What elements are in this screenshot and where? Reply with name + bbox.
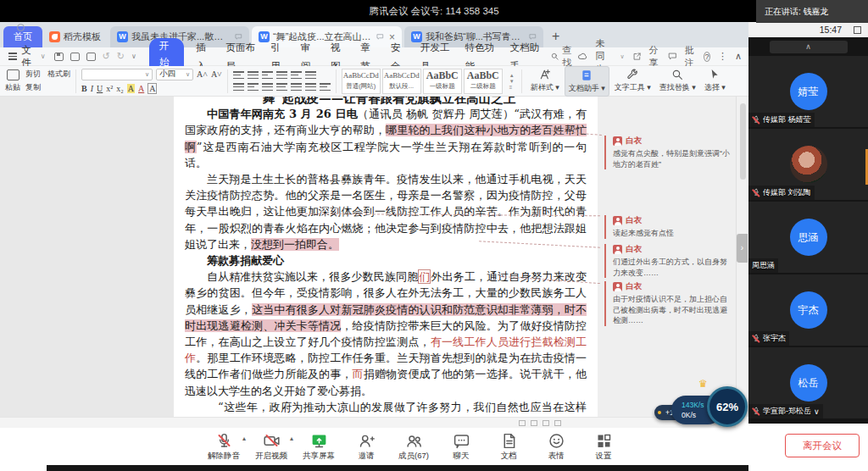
control-screen-button[interactable]: 共享屏幕 <box>297 432 341 462</box>
control-docs-button[interactable]: 文档 <box>487 432 531 462</box>
control-caret-icon[interactable]: ▴ <box>290 435 293 442</box>
style-card-2[interactable]: AaBbC一级标题 <box>423 69 462 94</box>
control-camera-button[interactable]: 开启视频▴ <box>249 432 293 462</box>
zoom-control-icon[interactable] <box>554 420 561 426</box>
style-sample: AaBbC <box>465 69 502 82</box>
control-chat-button[interactable]: 聊天 <box>439 432 483 462</box>
new-style-button[interactable]: 新样式 ▾ <box>527 66 563 97</box>
save-icon[interactable] <box>54 53 64 61</box>
list-icon-4[interactable] <box>291 70 302 80</box>
control-mic-button[interactable]: 解除静音▴ <box>202 432 246 462</box>
copy-button[interactable]: 复制 <box>25 82 41 93</box>
highlight-color-icon[interactable]: A <box>127 84 135 93</box>
participant-avatar: 松岳 <box>790 364 827 402</box>
new-tab-button[interactable]: + <box>552 29 559 44</box>
participant-tile-1[interactable]: 传媒部 刘泓陶 <box>748 129 868 200</box>
control-settings-button[interactable]: 设置 <box>581 432 626 462</box>
list-icon-2[interactable] <box>262 70 273 80</box>
comments-panel: 白衣感觉有点尖酸，特别是刻意强调“小地方的老百姓”白衣读起来感觉有点怪白衣们通过… <box>598 97 736 417</box>
participant-tile-3[interactable]: 宇杰张宇杰 <box>748 274 868 346</box>
document-viewport[interactable]: “舞”起战疫——让青春跟着党旗飘立在高山之上 中国青年网南充 3 月 26 日电… <box>0 97 736 417</box>
collapse-comments-button[interactable]: › <box>737 234 748 263</box>
style-card-3[interactable]: AaBbC二级标题 <box>464 69 503 94</box>
comment-card-2[interactable]: 白衣们通过外出务工的方式，以自身努力来改变…… <box>604 244 732 278</box>
list-icon-0[interactable] <box>233 70 244 80</box>
print-icon[interactable] <box>70 53 80 61</box>
bold-button[interactable]: B <box>81 84 87 93</box>
mic-muted-icon <box>752 334 760 344</box>
page-layout-icon[interactable] <box>531 420 537 426</box>
underline-button[interactable]: U <box>97 84 103 93</box>
style-gallery-arrows[interactable]: ▲▼≡ <box>508 73 516 90</box>
mic-muted-icon <box>752 407 760 417</box>
scrollbar-thumb[interactable] <box>740 103 746 180</box>
fullscreen-icon[interactable] <box>854 26 861 34</box>
outline-view-icon[interactable] <box>542 420 549 426</box>
network-stats-widget[interactable]: ♛ +121 143K/s 0K/s 62% <box>654 381 748 430</box>
tab-docer[interactable]: 稻壳模板 <box>42 26 108 47</box>
file-menu[interactable]: 文件 <box>21 44 38 69</box>
mic-icon <box>215 432 233 450</box>
hamburger-icon[interactable] <box>8 51 17 62</box>
more-button[interactable]: ⋮ <box>718 51 727 62</box>
emoji-icon <box>548 432 565 450</box>
view-mode-icon[interactable] <box>519 420 526 426</box>
text-run: 中国青年网南充 3 月 26 日电 <box>207 108 358 120</box>
control-members-button[interactable]: 成员(67) <box>392 432 436 462</box>
paste-button[interactable]: 粘贴 <box>5 69 20 93</box>
document-page[interactable]: “舞”起战疫——让青春跟着党旗飘立在高山之上 中国青年网南充 3 月 26 日电… <box>174 97 598 417</box>
expand-caret-icon[interactable]: ∨ <box>814 407 820 416</box>
window-menu-icon[interactable] <box>17 24 25 31</box>
redo-icon[interactable]: ↻ <box>117 51 125 62</box>
select-button[interactable]: 选择 ▾ <box>701 66 729 97</box>
participant-tile-0[interactable]: 婧莹传媒部 杨婧莹 <box>748 56 868 127</box>
control-emoji-button[interactable]: 表情 <box>534 432 578 462</box>
crown-icon: ♛ <box>698 378 708 390</box>
collapse-videos-button[interactable]: ∧ <box>770 41 848 53</box>
list-icon-3[interactable] <box>276 70 287 80</box>
preview-icon[interactable] <box>86 53 96 61</box>
font-size-select[interactable]: 小四∨ <box>156 69 193 80</box>
list-icon-1[interactable] <box>248 70 259 80</box>
align-icon-3[interactable] <box>276 82 287 91</box>
control-invite-button[interactable]: 邀请 <box>344 432 388 462</box>
control-label: 聊天 <box>453 451 470 462</box>
help-button[interactable]: ? <box>704 52 710 62</box>
participant-tile-4[interactable]: 松岳学宣部-郑松岳 ∨ <box>748 347 868 418</box>
comment-card-0[interactable]: 白衣感觉有点尖酸，特别是刻意强调“小地方的老百姓” <box>604 136 732 169</box>
control-label: 解除静音 <box>208 451 240 462</box>
text-tools-button[interactable]: 文字工具 ▾ <box>611 66 654 97</box>
style-card-1[interactable]: AaBbCcDd默认段... <box>382 69 421 94</box>
comment-card-3[interactable]: 白衣由于对疫情认识不足，加上担心自己被检测出病毒，时不时出现逃避检测…… <box>604 281 732 326</box>
leave-meeting-button[interactable]: 离开会议 <box>785 434 860 457</box>
participant-tile-2[interactable]: 思涵周思涵 <box>748 202 868 273</box>
cut-button[interactable]: 剪切 <box>25 69 41 80</box>
align-icon-5[interactable] <box>305 82 316 91</box>
camera-icon <box>263 432 281 450</box>
grow-font-icon[interactable]: A˄ <box>197 69 208 79</box>
character-border-icon[interactable]: A <box>147 83 157 94</box>
text-run: 没想到一拍即合。 <box>251 238 339 251</box>
font-name-select[interactable]: ∨ <box>81 69 153 80</box>
control-caret-icon[interactable]: ▴ <box>242 435 246 442</box>
italic-button[interactable]: I <box>91 84 93 93</box>
undo-icon[interactable]: ↺ <box>103 51 110 62</box>
font-color-icon[interactable]: A <box>138 84 144 93</box>
align-icon-4[interactable] <box>291 82 302 91</box>
superscript-icon[interactable]: x² <box>106 84 113 93</box>
qat-caret-icon[interactable]: ∨ <box>131 53 136 60</box>
align-icon-0[interactable] <box>233 82 244 91</box>
style-card-0[interactable]: AaBbCcDd普通(网站) <box>342 69 381 94</box>
fold-ribbon-button[interactable]: ∧ <box>735 51 742 62</box>
list-icon-5[interactable] <box>305 70 316 80</box>
align-icon-2[interactable] <box>262 82 273 91</box>
shrink-font-icon[interactable]: A˅ <box>211 69 222 79</box>
doc-assistant-button[interactable]: 文档助手 ▾ <box>565 66 609 97</box>
find-replace-button[interactable]: 查找替换 ▾ <box>656 66 699 97</box>
painter-button[interactable]: 格式刷 <box>47 69 70 80</box>
align-icon-1[interactable] <box>248 82 259 91</box>
comment-card-1[interactable]: 白衣读起来感觉有点怪 <box>604 215 732 239</box>
align-icon-6[interactable] <box>320 82 331 91</box>
subscript-icon[interactable]: x₂ <box>116 84 124 93</box>
video-list: 婧莹传媒部 杨婧莹传媒部 刘泓陶思涵周思涵宇杰张宇杰松岳学宣部-郑松岳 ∨ <box>748 56 868 418</box>
